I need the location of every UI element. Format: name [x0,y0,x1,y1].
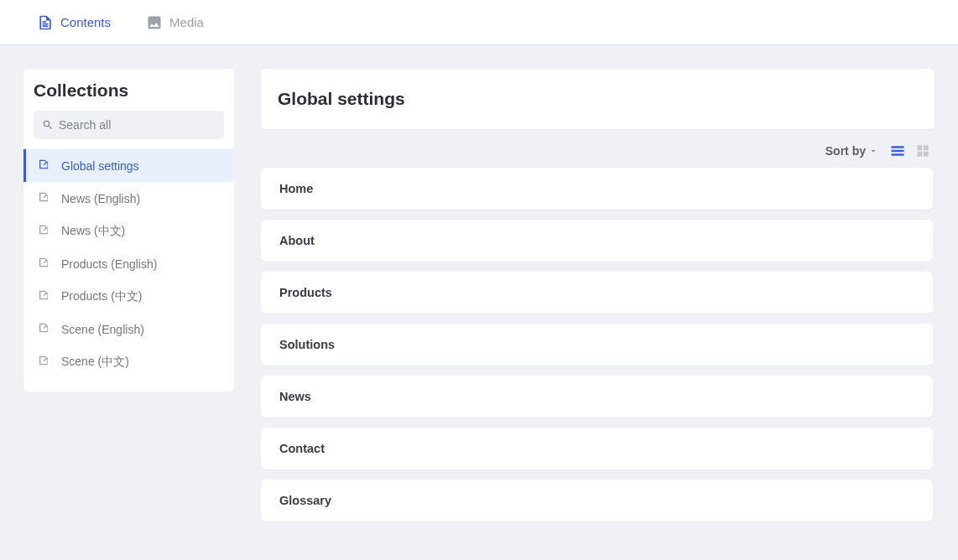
collections-list: Global settingsNews (English)News (中文)Pr… [23,149,234,378]
search-box [34,111,224,139]
entry-card[interactable]: Glossary [261,480,933,521]
entry-title: Solutions [279,338,335,351]
sidebar-item[interactable]: News (English) [23,182,234,215]
document-icon [38,288,51,304]
chevron-down-icon [869,147,877,155]
image-icon [146,14,163,31]
sidebar-item[interactable]: Scene (English) [23,313,234,345]
tab-media[interactable]: Media [146,14,204,31]
search-icon [42,119,54,131]
sort-by-label: Sort by [825,144,866,158]
entry-card[interactable]: Contact [261,428,933,469]
sidebar-item-label: News (English) [61,192,140,205]
entry-list: HomeAboutProductsSolutionsNewsContactGlo… [261,168,935,531]
sidebar-item-label: Products (English) [61,257,157,271]
entry-title: Home [279,182,313,195]
sidebar-item[interactable]: Products (中文) [23,280,234,313]
entry-card[interactable]: Home [261,168,933,210]
sidebar-item[interactable]: Scene (中文) [23,345,234,378]
tab-media-label: Media [169,15,204,29]
sidebar-item[interactable]: Products (English) [23,247,234,280]
sidebar-item[interactable]: News (中文) [23,215,234,247]
sidebar-item-label: News (中文) [61,224,125,239]
view-toggle [889,143,931,159]
document-icon [38,321,51,337]
sidebar-item-label: Global settings [61,159,139,173]
entry-card[interactable]: News [261,376,933,417]
sidebar-item-label: Scene (English) [61,323,144,336]
entry-card[interactable]: About [261,220,933,262]
tab-contents-label: Contents [60,15,111,29]
entry-card[interactable]: Products [261,272,933,314]
document-icon [38,354,51,370]
main-column: Global settings Sort by HomeAboutProduct… [261,69,935,537]
entry-title: About [279,234,315,247]
document-icon [38,223,51,239]
sort-by-dropdown[interactable]: Sort by [825,144,877,158]
list-view-button[interactable] [889,143,906,159]
document-icon [38,256,51,272]
search-input[interactable] [34,111,224,139]
file-text-icon [37,14,54,31]
sidebar: Collections Global settingsNews (English… [23,69,234,391]
page-title-card: Global settings [261,69,935,129]
entry-title: Contact [279,442,325,455]
topbar: Contents Media [0,0,958,45]
sidebar-item-label: Products (中文) [61,289,142,304]
list-controls: Sort by [261,129,935,168]
grid-icon [914,143,931,159]
page-title: Global settings [278,89,918,109]
tab-contents[interactable]: Contents [37,14,111,31]
sidebar-item-label: Scene (中文) [61,355,129,370]
entry-card[interactable]: Solutions [261,324,933,366]
sidebar-item[interactable]: Global settings [23,149,234,182]
entry-title: Glossary [279,494,331,507]
grid-view-button[interactable] [914,143,931,159]
list-icon [889,143,906,159]
entry-title: News [279,390,311,403]
sidebar-title: Collections [23,79,234,111]
document-icon [38,158,51,174]
document-icon [38,190,51,206]
entry-title: Products [279,286,332,299]
